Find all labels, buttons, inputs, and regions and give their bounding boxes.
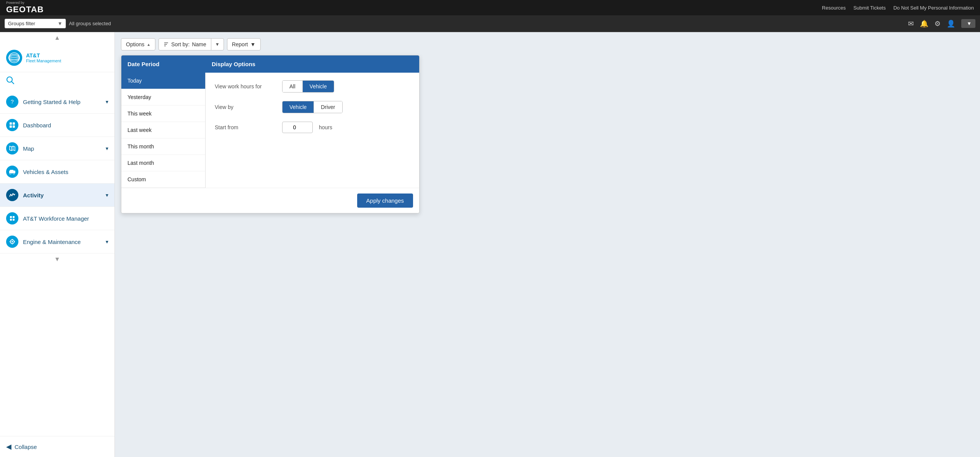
workforce-svg-icon: [9, 215, 15, 221]
sidebar-search-icon[interactable]: [0, 72, 114, 90]
options-panel-header: Date Period Display Options: [121, 55, 419, 73]
svg-rect-21: [13, 219, 15, 221]
submit-tickets-link[interactable]: Submit Tickets: [853, 5, 886, 11]
engine-icon: [6, 236, 18, 248]
geotab-logo: Powered by GEOTAB: [6, 1, 44, 15]
sort-button[interactable]: Sort by: Name ▼: [158, 38, 224, 50]
getting-started-label: Getting Started & Help: [23, 99, 80, 105]
sort-by-label: Sort by:: [171, 41, 189, 47]
vehicles-label: Vehicles & Assets: [23, 169, 68, 175]
groups-filter-label: Groups filter: [8, 21, 35, 26]
view-by-driver-button[interactable]: Driver: [314, 101, 342, 113]
view-work-hours-vehicle-button[interactable]: Vehicle: [303, 81, 334, 92]
svg-rect-9: [10, 125, 12, 128]
sidebar: ▲ AT&T Fleet Management: [0, 32, 115, 457]
vehicles-icon: [6, 166, 18, 178]
activity-svg-icon: [9, 192, 15, 198]
company-sub: Fleet Management: [26, 59, 61, 63]
toolbar-bar: Groups filter ▼ All groups selected ✉ 🔔 …: [0, 15, 980, 32]
vehicles-svg-icon: [9, 169, 16, 174]
sidebar-item-workforce[interactable]: AT&T Workforce Manager: [0, 207, 114, 230]
map-svg-icon: [9, 145, 15, 151]
date-period-header: Date Period: [121, 55, 206, 73]
hours-label: hours: [319, 124, 332, 130]
engine-label: Engine & Maintenance: [23, 239, 81, 245]
top-navigation: Powered by GEOTAB Resources Submit Ticke…: [0, 0, 980, 15]
activity-icon: [6, 189, 18, 201]
logo-section: Powered by GEOTAB: [6, 1, 44, 15]
groups-filter-chevron-icon: ▼: [57, 21, 62, 26]
groups-filter-section: Groups filter ▼ All groups selected: [5, 19, 111, 28]
svg-point-17: [13, 173, 15, 174]
date-period-last-week[interactable]: Last week: [121, 122, 205, 138]
att-logo-svg: [8, 51, 21, 64]
view-work-hours-label: View work hours for: [215, 83, 276, 89]
do-not-sell-link[interactable]: Do Not Sell My Personal Information: [893, 5, 974, 11]
resources-link[interactable]: Resources: [822, 5, 846, 11]
view-work-hours-all-button[interactable]: All: [283, 81, 303, 92]
sidebar-item-engine[interactable]: Engine & Maintenance ▾: [0, 230, 114, 254]
svg-point-16: [10, 173, 11, 174]
groups-filter-button[interactable]: Groups filter ▼: [5, 19, 66, 28]
bell-icon[interactable]: 🔔: [920, 20, 928, 28]
dashboard-svg-icon: [9, 122, 15, 128]
sidebar-item-dashboard[interactable]: Dashboard: [0, 114, 114, 137]
date-period-list: Today Yesterday This week Last week This…: [121, 73, 206, 188]
user-menu-button[interactable]: ▼: [961, 19, 975, 28]
activity-chevron-icon: ▾: [106, 192, 108, 198]
view-by-label: View by: [215, 104, 276, 110]
svg-line-6: [12, 82, 14, 84]
company-info: AT&T Fleet Management: [26, 52, 61, 63]
date-period-this-month[interactable]: This month: [121, 138, 205, 155]
date-period-custom[interactable]: Custom: [121, 171, 205, 188]
date-period-yesterday[interactable]: Yesterday: [121, 89, 205, 106]
map-chevron-icon: ▾: [106, 145, 108, 151]
svg-rect-8: [13, 122, 15, 125]
view-by-vehicle-button[interactable]: Vehicle: [283, 101, 314, 113]
apply-changes-button[interactable]: Apply changes: [357, 194, 413, 208]
engine-chevron-icon: ▾: [106, 239, 108, 245]
svg-rect-10: [13, 125, 15, 128]
sidebar-collapse-button[interactable]: ◀ Collapse: [0, 436, 114, 457]
view-by-toggle: Vehicle Driver: [282, 101, 343, 113]
sidebar-item-activity[interactable]: Activity ▾: [0, 184, 114, 207]
options-panel-body: Today Yesterday This week Last week This…: [121, 73, 419, 188]
sidebar-scroll-up[interactable]: ▲: [0, 32, 114, 44]
sidebar-item-getting-started[interactable]: ? Getting Started & Help ▾: [0, 90, 114, 114]
sort-chevron-icon: ▼: [211, 39, 224, 50]
report-label: Report: [232, 41, 248, 47]
company-name: AT&T: [26, 52, 61, 59]
date-period-this-week[interactable]: This week: [121, 106, 205, 122]
user-menu-chevron-icon: ▼: [967, 21, 972, 26]
display-options-panel: View work hours for All Vehicle View by …: [206, 73, 419, 188]
sort-icon: [163, 42, 169, 47]
dashboard-label: Dashboard: [23, 122, 51, 128]
user-icon[interactable]: 👤: [947, 20, 955, 28]
report-button[interactable]: Report ▼: [227, 38, 261, 50]
sidebar-scroll-down[interactable]: ▼: [0, 254, 114, 265]
options-bar: Options ▲ Sort by: Name ▼ Report ▼: [121, 38, 974, 50]
options-button[interactable]: Options ▲: [121, 38, 155, 50]
map-icon: [6, 142, 18, 155]
date-period-last-month[interactable]: Last month: [121, 155, 205, 171]
map-label: Map: [23, 145, 34, 152]
start-from-input[interactable]: [282, 122, 313, 133]
collapse-arrow-icon: ◀: [6, 442, 11, 451]
getting-started-icon: ?: [6, 96, 18, 108]
view-work-hours-toggle: All Vehicle: [282, 80, 334, 93]
engine-svg-icon: [9, 239, 15, 245]
sidebar-item-map[interactable]: Map ▾: [0, 137, 114, 160]
activity-label: Activity: [23, 192, 44, 198]
sort-by-value: Name: [192, 41, 206, 47]
gear-icon[interactable]: ⚙: [934, 20, 941, 28]
date-period-today[interactable]: Today: [121, 73, 205, 89]
view-work-hours-row: View work hours for All Vehicle: [215, 80, 410, 93]
svg-rect-7: [10, 122, 12, 125]
groups-selected-text: All groups selected: [69, 21, 111, 26]
svg-rect-20: [10, 219, 12, 221]
mail-icon[interactable]: ✉: [908, 20, 914, 28]
options-arrow-icon: ▲: [147, 42, 150, 47]
sidebar-item-vehicles[interactable]: Vehicles & Assets: [0, 160, 114, 184]
options-panel: Date Period Display Options Today Yester…: [121, 55, 420, 213]
main-layout: ▲ AT&T Fleet Management: [0, 32, 980, 457]
